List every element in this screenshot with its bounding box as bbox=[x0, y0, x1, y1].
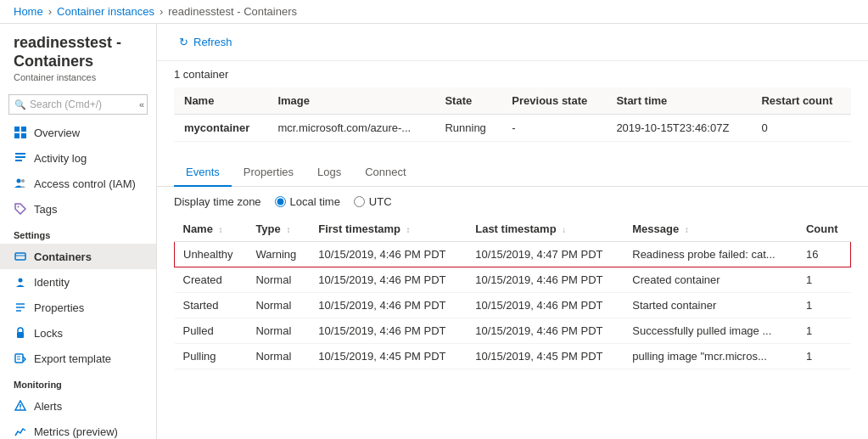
sidebar-header: readinesstest - Containers Container ins… bbox=[0, 24, 156, 89]
event-last-ts: 10/15/2019, 4:45 PM PDT bbox=[467, 344, 624, 369]
sidebar-item-label: Identity bbox=[34, 276, 70, 289]
events-col-message[interactable]: Message ↕ bbox=[624, 217, 798, 242]
events-col-name[interactable]: Name ↕ bbox=[175, 217, 248, 242]
event-name: Pulled bbox=[175, 318, 248, 344]
timezone-row: Display time zone Local time UTC bbox=[157, 187, 868, 217]
sidebar: readinesstest - Containers Container ins… bbox=[0, 24, 157, 439]
svg-rect-4 bbox=[15, 153, 25, 155]
svg-rect-6 bbox=[15, 160, 22, 161]
sidebar-item-access-control[interactable]: Access control (IAM) bbox=[0, 171, 156, 196]
event-name: Unhealthy bbox=[175, 242, 248, 267]
events-table: Name ↕ Type ↕ First timestamp ↕ Last tim… bbox=[174, 217, 851, 369]
sidebar-item-label: Locks bbox=[34, 327, 63, 340]
tab-events[interactable]: Events bbox=[174, 159, 232, 187]
event-row[interactable]: Pulled Normal 10/15/2019, 4:46 PM PDT 10… bbox=[175, 318, 851, 344]
utc-option[interactable]: UTC bbox=[354, 195, 392, 208]
col-name: Name bbox=[174, 87, 267, 115]
sort-icon: ↕ bbox=[406, 225, 411, 234]
sidebar-item-label: Activity log bbox=[34, 152, 87, 165]
svg-point-21 bbox=[20, 408, 20, 409]
sidebar-item-activity-log[interactable]: Activity log bbox=[0, 145, 156, 171]
svg-rect-10 bbox=[15, 253, 25, 260]
event-message: Readiness probe failed: cat... bbox=[624, 242, 798, 267]
breadcrumb-home[interactable]: Home bbox=[14, 5, 43, 18]
sidebar-item-alerts[interactable]: Alerts bbox=[0, 393, 156, 419]
event-row[interactable]: Started Normal 10/15/2019, 4:46 PM PDT 1… bbox=[175, 293, 851, 318]
sort-icon: ↕ bbox=[219, 225, 223, 234]
sidebar-item-label: Export template bbox=[34, 352, 111, 365]
sort-icon: ↕ bbox=[286, 225, 290, 234]
sidebar-search-wrap: 🔍 « bbox=[0, 89, 156, 120]
breadcrumb-container-instances[interactable]: Container instances bbox=[57, 5, 154, 18]
sidebar-title: readinesstest - Containers bbox=[14, 34, 143, 70]
sort-icon: ↓ bbox=[562, 225, 566, 234]
container-state: Running bbox=[434, 115, 501, 142]
svg-rect-17 bbox=[15, 354, 23, 363]
col-start-time: Start time bbox=[606, 87, 751, 115]
event-count: 16 bbox=[798, 242, 851, 267]
event-name: Started bbox=[175, 293, 248, 318]
svg-rect-3 bbox=[21, 133, 26, 138]
collapse-icon[interactable]: « bbox=[139, 99, 144, 110]
sidebar-subtitle: Container instances bbox=[14, 72, 143, 82]
people-icon bbox=[14, 177, 27, 190]
settings-section-label: Settings bbox=[0, 222, 156, 244]
event-row[interactable]: Pulling Normal 10/15/2019, 4:45 PM PDT 1… bbox=[175, 344, 851, 369]
refresh-icon: ↻ bbox=[179, 36, 188, 48]
container-icon bbox=[14, 250, 27, 263]
local-time-option[interactable]: Local time bbox=[275, 195, 340, 208]
event-first-ts: 10/15/2019, 4:45 PM PDT bbox=[310, 344, 467, 369]
sidebar-item-metrics[interactable]: Metrics (preview) bbox=[0, 419, 156, 439]
event-count: 1 bbox=[798, 318, 851, 344]
event-message: Started container bbox=[624, 293, 798, 318]
event-count: 1 bbox=[798, 293, 851, 318]
alert-icon bbox=[14, 399, 27, 413]
event-row[interactable]: Created Normal 10/15/2019, 4:46 PM PDT 1… bbox=[175, 267, 851, 293]
table-row[interactable]: mycontainer mcr.microsoft.com/azure-... … bbox=[174, 115, 851, 142]
event-first-ts: 10/15/2019, 4:46 PM PDT bbox=[310, 267, 467, 293]
container-name: mycontainer bbox=[174, 115, 267, 142]
events-col-type[interactable]: Type ↕ bbox=[247, 217, 310, 242]
col-image: Image bbox=[267, 87, 434, 115]
event-name: Pulling bbox=[175, 344, 248, 369]
events-col-first-ts[interactable]: First timestamp ↕ bbox=[310, 217, 467, 242]
events-col-count[interactable]: Count bbox=[798, 217, 851, 242]
svg-point-12 bbox=[19, 279, 23, 283]
event-count: 1 bbox=[798, 267, 851, 293]
tab-properties[interactable]: Properties bbox=[232, 159, 305, 187]
sidebar-item-overview[interactable]: Overview bbox=[0, 120, 156, 145]
metrics-icon bbox=[14, 425, 27, 438]
event-last-ts: 10/15/2019, 4:47 PM PDT bbox=[467, 242, 624, 267]
log-icon bbox=[14, 151, 27, 165]
identity-icon bbox=[14, 275, 27, 289]
utc-radio[interactable] bbox=[354, 196, 365, 207]
col-state: State bbox=[434, 87, 501, 115]
breadcrumb-current: readinesstest - Containers bbox=[168, 5, 297, 18]
event-last-ts: 10/15/2019, 4:46 PM PDT bbox=[467, 293, 624, 318]
sidebar-item-identity[interactable]: Identity bbox=[0, 269, 156, 295]
utc-label: UTC bbox=[369, 195, 392, 208]
sidebar-item-tags[interactable]: Tags bbox=[0, 196, 156, 222]
event-row[interactable]: Unhealthy Warning 10/15/2019, 4:46 PM PD… bbox=[175, 242, 851, 267]
sidebar-item-locks[interactable]: Locks bbox=[0, 320, 156, 346]
breadcrumb: Home › Container instances › readinesste… bbox=[0, 0, 868, 24]
container-image: mcr.microsoft.com/azure-... bbox=[267, 115, 434, 142]
events-col-last-ts[interactable]: Last timestamp ↓ bbox=[467, 217, 624, 242]
tab-connect[interactable]: Connect bbox=[353, 159, 417, 187]
search-input[interactable] bbox=[8, 94, 148, 115]
tag-icon bbox=[14, 202, 27, 216]
event-type: Normal bbox=[247, 318, 310, 344]
svg-rect-2 bbox=[14, 133, 20, 138]
svg-point-7 bbox=[17, 179, 21, 183]
events-table-wrap: Name ↕ Type ↕ First timestamp ↕ Last tim… bbox=[157, 217, 868, 369]
event-message: pulling image "mcr.micros... bbox=[624, 344, 798, 369]
refresh-button[interactable]: ↻ Refresh bbox=[174, 32, 238, 52]
local-time-radio[interactable] bbox=[275, 196, 286, 207]
sidebar-item-export-template[interactable]: Export template bbox=[0, 346, 156, 371]
sidebar-item-containers[interactable]: Containers bbox=[0, 244, 156, 269]
tab-logs[interactable]: Logs bbox=[305, 159, 353, 187]
svg-rect-1 bbox=[21, 127, 26, 132]
sidebar-item-properties[interactable]: Properties bbox=[0, 295, 156, 320]
event-name: Created bbox=[175, 267, 248, 293]
col-restart-count: Restart count bbox=[751, 87, 851, 115]
